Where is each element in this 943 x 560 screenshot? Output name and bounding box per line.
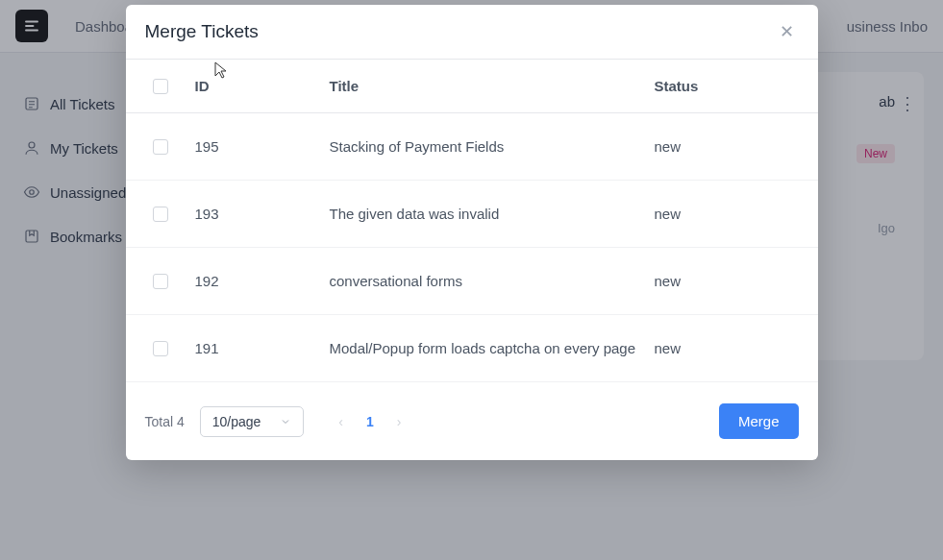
prev-page[interactable]: ‹ <box>335 410 347 433</box>
next-page[interactable]: › <box>393 410 406 433</box>
row-checkbox[interactable] <box>153 341 168 356</box>
cell-title: Stacking of Payment Fields <box>330 138 655 155</box>
cell-id: 195 <box>195 138 330 155</box>
cell-status: new <box>655 273 799 289</box>
page-size-select[interactable]: 10/page <box>200 406 305 437</box>
cell-id: 192 <box>195 273 330 289</box>
table-header-row: ID Title Status <box>126 60 818 113</box>
close-icon: ✕ <box>780 21 794 42</box>
merge-tickets-modal: Merge Tickets ✕ ID Title Status 195 S <box>126 5 818 460</box>
cell-id: 191 <box>195 340 330 356</box>
chevron-down-icon <box>280 416 291 427</box>
select-all-checkbox[interactable] <box>153 79 168 94</box>
cell-title: conversational forms <box>330 273 655 289</box>
merge-button[interactable]: Merge <box>719 403 799 439</box>
cell-title: Modal/Popup form loads captcha on every … <box>330 340 655 356</box>
table-row[interactable]: 192 conversational forms new <box>126 248 818 315</box>
close-button[interactable]: ✕ <box>776 20 799 43</box>
modal-overlay[interactable]: Merge Tickets ✕ ID Title Status 195 S <box>0 0 943 560</box>
cell-status: new <box>655 340 799 356</box>
modal-title: Merge Tickets <box>145 21 259 42</box>
total-count: Total 4 <box>145 414 185 429</box>
table-row[interactable]: 195 Stacking of Payment Fields new <box>126 113 818 181</box>
page-1[interactable]: 1 <box>359 410 382 433</box>
pagination: ‹ 1 › <box>335 410 405 433</box>
modal-footer: Total 4 10/page ‹ 1 › Merge <box>126 382 818 460</box>
row-checkbox[interactable] <box>153 207 168 222</box>
table-row[interactable]: 193 The given data was invalid new <box>126 181 818 248</box>
col-title: Title <box>330 78 655 94</box>
cell-id: 193 <box>195 206 330 222</box>
row-checkbox[interactable] <box>153 274 168 289</box>
col-status: Status <box>655 78 799 94</box>
row-checkbox[interactable] <box>153 139 168 155</box>
col-id: ID <box>195 78 330 94</box>
modal-body: ID Title Status 195 Stacking of Payment … <box>126 60 818 382</box>
cell-status: new <box>655 206 799 222</box>
page-size-label: 10/page <box>212 414 261 429</box>
tickets-table: ID Title Status 195 Stacking of Payment … <box>126 60 818 382</box>
cell-title: The given data was invalid <box>330 206 655 222</box>
modal-header: Merge Tickets ✕ <box>126 5 818 60</box>
table-row[interactable]: 191 Modal/Popup form loads captcha on ev… <box>126 315 818 382</box>
cell-status: new <box>655 138 799 155</box>
select-all-cell <box>126 79 195 94</box>
